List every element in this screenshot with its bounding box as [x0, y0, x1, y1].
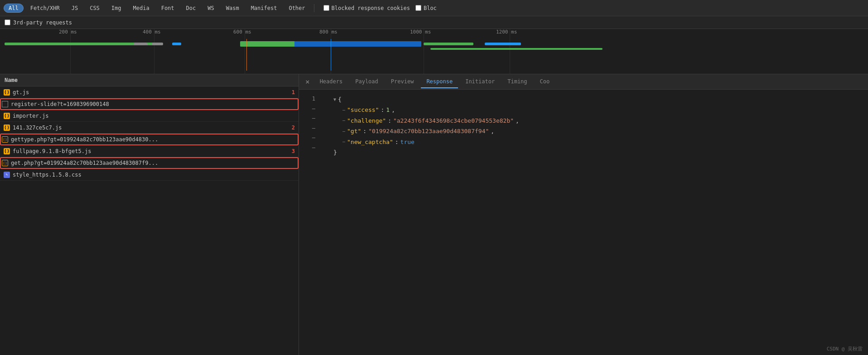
item-name-gettype-php: gettype.php?gt=019924a82c70bb123aae90d48…: [11, 136, 297, 143]
tab-payload[interactable]: Payload: [350, 76, 384, 88]
json-line-6: }: [333, 147, 519, 158]
item-badge-2: 2: [292, 125, 295, 131]
filter-btn-doc[interactable]: Doc: [181, 4, 201, 13]
close-button[interactable]: ×: [303, 77, 313, 87]
time-label-800: 800 ms: [319, 29, 338, 35]
time-label-1200: 1200 ms: [496, 29, 517, 35]
filter-btn-other[interactable]: Other: [284, 4, 310, 13]
json-line-5: – "new_captcha" : true: [333, 137, 519, 147]
item-name-get-php: get.php?gt=019924a82c70bb123aae90d483087…: [11, 160, 297, 166]
line-num-dash-4: –: [306, 133, 315, 143]
list-item-importer-js[interactable]: ⟨⟩ importer.js: [0, 110, 299, 122]
tl-bar-blue-small: [485, 43, 521, 45]
json-line-4: – "gt" : "019924a82c70bb123aae90d483087f…: [333, 126, 519, 136]
checkbox-register[interactable]: [2, 101, 8, 107]
item-name-style-css: style_https.1.5.8.css: [13, 172, 295, 178]
filter-btn-fetch-xhr[interactable]: Fetch/XHR: [25, 4, 65, 13]
json-key-new-captcha: "new_captcha": [347, 137, 393, 147]
network-list[interactable]: Name ⟨⟩ gt.js 1 register-slide?t=1698396…: [0, 74, 299, 355]
item-name-fullpage-js: fullpage.9.1.8-bfget5.js: [13, 148, 285, 154]
detail-panel: × Headers Payload Preview Response Initi…: [299, 74, 868, 355]
third-party-row: 3rd-party requests: [0, 16, 868, 29]
json-close-brace: }: [333, 147, 337, 158]
line-num-dash-3: –: [306, 124, 315, 134]
list-item-141-js[interactable]: ⟨⟩ 141.327ce5c7.js 2: [0, 122, 299, 134]
response-content: 1 – – – – – ▼ { – "success" :: [299, 90, 868, 355]
detail-tabs: × Headers Payload Preview Response Initi…: [299, 74, 868, 90]
collapse-arrow-3[interactable]: –: [342, 116, 345, 125]
list-item-gt-js[interactable]: ⟨⟩ gt.js 1: [0, 86, 299, 98]
item-name-141-js: 141.327ce5c7.js: [13, 125, 285, 131]
json-line-1: ▼ {: [333, 94, 519, 105]
tab-response[interactable]: Response: [421, 76, 458, 88]
third-party-checkbox[interactable]: [5, 19, 10, 25]
json-key-gt: "gt": [347, 126, 361, 136]
filter-btn-wasm[interactable]: Wasm: [221, 4, 244, 13]
blocked-label[interactable]: Bloc: [415, 5, 437, 11]
list-item-style-css[interactable]: ✎ style_https.1.5.8.css: [0, 169, 299, 181]
tl-bar-gray-2: [152, 43, 163, 45]
json-key-challenge: "challenge": [347, 115, 386, 126]
tab-initiator[interactable]: Initiator: [460, 76, 500, 88]
filter-btn-all[interactable]: All: [4, 4, 24, 13]
blocked-cookies-label[interactable]: Blocked response cookies: [323, 5, 410, 11]
filter-bar: All Fetch/XHR JS CSS Img Media Font Doc …: [0, 0, 868, 16]
tab-cookies[interactable]: Coo: [535, 76, 555, 88]
filter-btn-manifest[interactable]: Manifest: [246, 4, 282, 13]
time-label-600: 600 ms: [233, 29, 251, 35]
blocked-checkbox[interactable]: [415, 5, 421, 11]
tab-headers[interactable]: Headers: [314, 76, 348, 88]
filter-btn-css[interactable]: CSS: [85, 4, 105, 13]
line-num-dash-5: –: [306, 143, 315, 153]
tl-bar-blue-1: [172, 43, 181, 45]
line-num-1: 1: [306, 94, 315, 104]
icon-js-fullpage: ⟨⟩: [4, 148, 10, 154]
main-split: Name ⟨⟩ gt.js 1 register-slide?t=1698396…: [0, 74, 868, 355]
json-line-3: – "challenge" : "a2243f6f4343698c34cbe07…: [333, 115, 519, 126]
item-name-register-slide: register-slide?t=1698396900148: [11, 101, 297, 107]
json-val-gt: "019924a82c70bb123aae90d483087f94": [368, 126, 489, 136]
tab-preview[interactable]: Preview: [386, 76, 420, 88]
collapse-arrow-5[interactable]: –: [342, 138, 345, 146]
icon-js-gt: ⟨⟩: [4, 89, 10, 96]
tl-bar-green-ext: [424, 43, 473, 45]
json-val-new-captcha: true: [400, 137, 415, 147]
filter-btn-js[interactable]: JS: [67, 4, 83, 13]
filter-btn-img[interactable]: Img: [106, 4, 126, 13]
timeline-labels: 200 ms 400 ms 600 ms 800 ms 1000 ms 1200…: [0, 29, 868, 38]
third-party-label: 3rd-party requests: [13, 19, 72, 26]
icon-css-style: ✎: [4, 172, 10, 178]
json-open-brace: {: [338, 94, 342, 105]
blue-vline: [331, 39, 331, 71]
json-line-2: – "success" : 1 ,: [333, 105, 519, 115]
item-name-importer-js: importer.js: [13, 113, 295, 119]
line-num-dash-2: –: [306, 114, 315, 124]
line-numbers: 1 – – – – –: [306, 94, 315, 158]
time-label-400: 400 ms: [143, 29, 161, 35]
filter-btn-media[interactable]: Media: [128, 4, 154, 13]
list-item-fullpage-js[interactable]: ⟨⟩ fullpage.9.1.8-bfget5.js 3: [0, 145, 299, 157]
list-item-gettype-php[interactable]: ⟨⟩ gettype.php?gt=019924a82c70bb123aae90…: [0, 134, 299, 145]
item-name-gt-js: gt.js: [13, 89, 285, 96]
icon-xhr-gettype: ⟨⟩: [2, 136, 8, 143]
blocked-cookies-checkbox[interactable]: [323, 5, 329, 11]
json-val-success: 1: [386, 105, 390, 115]
icon-js-importer: ⟨⟩: [4, 113, 10, 119]
tab-timing[interactable]: Timing: [502, 76, 532, 88]
collapse-arrow-1[interactable]: ▼: [333, 96, 336, 104]
time-label-200: 200 ms: [59, 29, 77, 35]
timeline-track: [0, 39, 868, 71]
item-badge-1: 1: [292, 89, 295, 96]
divider: [314, 4, 314, 12]
list-item-register-slide[interactable]: register-slide?t=1698396900148: [0, 98, 299, 110]
item-badge-3: 3: [292, 148, 295, 154]
collapse-arrow-2[interactable]: –: [342, 106, 345, 114]
filter-btn-font[interactable]: Font: [156, 4, 179, 13]
list-item-get-php[interactable]: ⟨⟩ get.php?gt=019924a82c70bb123aae90d483…: [0, 157, 299, 169]
json-display: ▼ { – "success" : 1 , – "challenge" :: [333, 94, 519, 158]
line-num-dash-1: –: [306, 104, 315, 114]
collapse-arrow-4[interactable]: –: [342, 127, 345, 135]
filter-btn-ws[interactable]: WS: [203, 4, 219, 13]
tl-bar-green-1: [5, 43, 154, 45]
tl-bar-green-bottom: [430, 48, 603, 50]
